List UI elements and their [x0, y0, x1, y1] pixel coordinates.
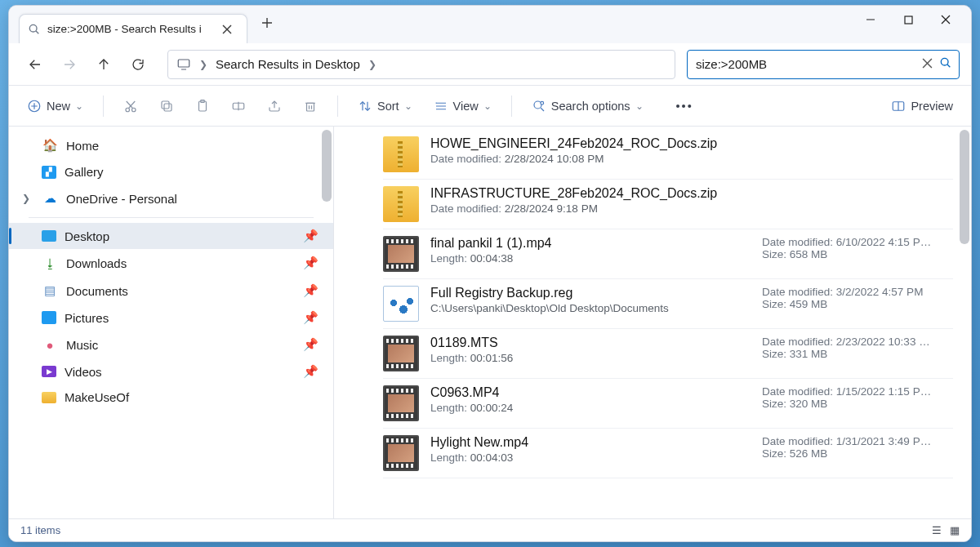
svg-line-1	[36, 31, 38, 33]
nav-home[interactable]: 🏠Home	[9, 131, 333, 159]
nav-pictures[interactable]: Pictures📌	[9, 305, 333, 331]
nav-gallery[interactable]: ▞Gallery	[9, 159, 333, 185]
nav-videos[interactable]: ▶Videos📌	[9, 358, 333, 385]
file-size: Size: 320 MB	[762, 398, 953, 410]
file-row[interactable]: Full Registry Backup.regC:\Users\panki\D…	[383, 279, 953, 329]
svg-rect-26	[164, 104, 172, 111]
file-subtext: Length: 00:01:56	[430, 352, 751, 364]
search-box[interactable]	[687, 50, 960, 79]
file-list: HOWE_ENGINEERI_24Feb2024_ROC_Docs.zipDat…	[334, 127, 971, 482]
file-name: HOWE_ENGINEERI_24Feb2024_ROC_Docs.zip	[430, 136, 953, 151]
svg-point-45	[541, 101, 544, 105]
pin-icon: 📌	[303, 256, 318, 270]
file-subtext: Length: 00:00:24	[430, 402, 751, 414]
details-view-button[interactable]: ☰	[932, 524, 942, 536]
svg-rect-7	[905, 16, 912, 24]
up-button[interactable]	[89, 50, 118, 79]
file-row[interactable]: 01189.MTSLength: 00:01:56Date modified: …	[383, 329, 953, 379]
tab-active[interactable]: size:>200MB - Search Results i	[19, 14, 247, 43]
zip-icon	[383, 136, 419, 172]
svg-rect-27	[162, 101, 169, 109]
chevron-right-icon[interactable]: ❯	[368, 59, 376, 70]
address-bar[interactable]: ❯ Search Results in Desktop ❯	[167, 50, 675, 79]
tab-close-button[interactable]	[216, 18, 238, 41]
nav-downloads[interactable]: ⭳Downloads📌	[9, 249, 333, 277]
file-name: Hylight New.mp4	[430, 435, 751, 450]
nav-onedrive[interactable]: ❯☁OneDrive - Personal	[9, 185, 333, 212]
tab-title: size:>200MB - Search Results i	[47, 23, 209, 35]
nav-desktop[interactable]: Desktop📌	[9, 223, 333, 249]
search-input[interactable]	[696, 57, 917, 71]
forward-button[interactable]	[55, 50, 84, 79]
chevron-right-icon[interactable]: ❯	[22, 193, 33, 204]
svg-point-17	[941, 58, 948, 65]
vid-icon	[383, 336, 419, 371]
folder-icon	[42, 392, 56, 403]
document-icon: ▤	[42, 282, 58, 299]
maximize-button[interactable]	[889, 6, 927, 33]
file-date: Date modified: 1/31/2021 3:49 P…	[762, 435, 953, 447]
cut-button[interactable]	[117, 94, 145, 118]
more-button[interactable]: •••	[670, 95, 700, 118]
file-size: Size: 526 MB	[762, 447, 953, 460]
nav-music[interactable]: ●Music📌	[9, 331, 333, 358]
nav-makeuseof[interactable]: MakeUseOf	[9, 385, 333, 410]
reg-icon	[383, 286, 419, 322]
desktop-icon	[42, 230, 56, 242]
file-date: Date modified: 6/10/2022 4:15 P…	[762, 236, 953, 248]
view-button[interactable]: View⌄	[427, 94, 498, 118]
file-subtext: Length: 00:04:38	[430, 252, 751, 265]
search-button[interactable]	[939, 56, 952, 73]
rename-button[interactable]	[225, 94, 252, 118]
file-name: Full Registry Backup.reg	[430, 286, 751, 300]
paste-button[interactable]	[189, 94, 216, 118]
file-row[interactable]: C0963.MP4Length: 00:00:24Date modified: …	[383, 379, 953, 429]
file-date: Date modified: 3/2/2022 4:57 PM	[762, 286, 953, 298]
file-explorer-window: size:>200MB - Search Results i ❯ Search …	[8, 5, 972, 542]
content-scrollbar[interactable]	[960, 130, 969, 244]
refresh-button[interactable]	[123, 50, 153, 79]
status-bar: 11 items ☰ ▦	[9, 518, 971, 541]
new-button[interactable]: New⌄	[20, 94, 90, 118]
nav-documents[interactable]: ▤Documents📌	[9, 277, 333, 305]
new-tab-button[interactable]	[256, 11, 278, 34]
file-subtext: Date modified: 2/28/2024 10:08 PM	[430, 153, 953, 165]
file-row[interactable]: HOWE_ENGINEERI_24Feb2024_ROC_Docs.zipDat…	[383, 130, 953, 180]
svg-point-0	[29, 24, 37, 32]
file-name: C0963.MP4	[430, 385, 751, 400]
file-row[interactable]: Hylight New.mp4Length: 00:04:03Date modi…	[383, 429, 953, 478]
music-icon: ●	[42, 336, 58, 353]
svg-rect-13	[178, 60, 189, 67]
window-controls	[852, 6, 964, 33]
item-count: 11 items	[20, 524, 60, 536]
tiles-view-button[interactable]: ▦	[950, 524, 960, 536]
monitor-icon	[176, 57, 191, 72]
file-name: 01189.MTS	[430, 336, 751, 350]
file-row[interactable]: INFRASTRUCTURE_28Feb2024_ROC_Docs.zipDat…	[383, 180, 953, 229]
vid-icon	[383, 236, 419, 272]
body: 🏠Home ▞Gallery ❯☁OneDrive - Personal Des…	[9, 127, 971, 518]
address-row: ❯ Search Results in Desktop ❯	[9, 43, 971, 86]
close-button[interactable]	[927, 6, 964, 33]
navigation-pane: 🏠Home ▞Gallery ❯☁OneDrive - Personal Des…	[9, 127, 334, 518]
videos-icon: ▶	[42, 366, 56, 377]
clear-search-button[interactable]	[922, 57, 933, 72]
file-subtext: Length: 00:04:03	[430, 451, 751, 464]
breadcrumb-segment[interactable]: Search Results in Desktop	[216, 57, 360, 71]
titlebar: size:>200MB - Search Results i	[9, 6, 971, 43]
file-subtext: Date modified: 2/28/2024 9:18 PM	[430, 202, 953, 215]
svg-line-44	[541, 108, 544, 111]
minimize-button[interactable]	[852, 6, 889, 33]
delete-button[interactable]	[296, 94, 324, 118]
preview-button[interactable]: Preview	[884, 94, 960, 118]
pin-icon: 📌	[303, 283, 318, 298]
chevron-right-icon: ❯	[199, 59, 207, 70]
search-options-button[interactable]: Search options⌄	[525, 94, 650, 118]
share-button[interactable]	[261, 94, 288, 118]
home-icon: 🏠	[42, 137, 58, 153]
sort-button[interactable]: Sort⌄	[351, 94, 419, 118]
zip-icon	[383, 186, 419, 222]
back-button[interactable]	[20, 50, 50, 79]
file-row[interactable]: final pankil 1 (1).mp4Length: 00:04:38Da…	[383, 229, 953, 279]
copy-button[interactable]	[153, 94, 180, 118]
